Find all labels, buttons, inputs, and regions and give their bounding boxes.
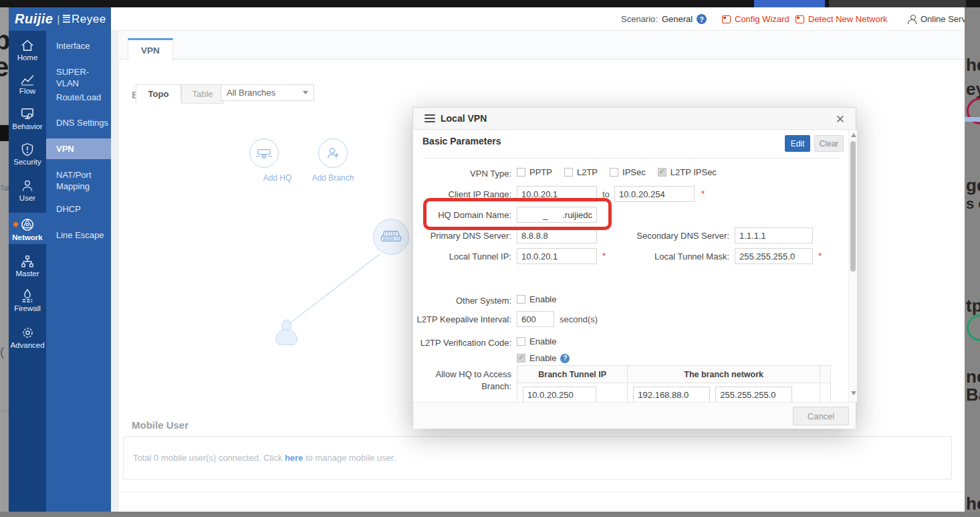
sidebar-item-label: Network xyxy=(9,233,46,241)
sidebar-item-label: Advanced xyxy=(9,341,46,349)
required-asterisk: * xyxy=(701,189,705,199)
client-ip-to-input[interactable]: 10.0.20.254 xyxy=(614,186,695,202)
manage-mobile-user-link[interactable]: here xyxy=(285,453,303,463)
modal-scrollbar[interactable] xyxy=(848,130,857,402)
branch-network-cell: 192.168.88.0 255.255.255.0 xyxy=(628,383,820,403)
sidebar-item-user[interactable]: User xyxy=(9,179,46,202)
sidebar-item-firewall[interactable]: Firewall xyxy=(9,289,46,312)
checkbox-other-system-label: Enable xyxy=(529,294,556,304)
subnav-item-line-escape[interactable]: Line Escape xyxy=(46,229,111,241)
scenario-help-icon[interactable]: ? xyxy=(697,14,707,24)
modal-footer: Cancel xyxy=(413,402,856,429)
checkbox-ipsec-label: IPSec xyxy=(622,167,646,177)
allow-hq-help-icon[interactable]: ? xyxy=(560,354,570,363)
behavior-monitor-icon xyxy=(20,107,35,121)
add-hq-button[interactable] xyxy=(249,138,279,168)
background-text-fragment: he xyxy=(966,55,980,76)
detect-new-network-button[interactable]: Detect New Network xyxy=(795,7,887,31)
hq-node[interactable] xyxy=(373,219,409,255)
scenario-group: Scenario: General ? xyxy=(621,7,707,31)
keepalive-input[interactable]: 600 xyxy=(517,311,554,327)
checkbox-verification[interactable] xyxy=(517,337,525,346)
scrollbar-thumb[interactable] xyxy=(850,141,856,272)
background-block-fragment xyxy=(0,125,9,141)
scroll-up-icon[interactable] xyxy=(851,133,856,137)
background-left-strip: b e Tab ( user xyxy=(0,7,9,512)
primary-dns-label: Primary DNS Server: xyxy=(413,231,511,241)
online-service-button[interactable]: Online Service xyxy=(908,7,965,31)
branch-network-ip-input[interactable]: 192.168.88.0 xyxy=(633,387,710,402)
background-right-strip: he ey ge s o tp nc Bat he xyxy=(965,7,980,512)
col-branch-tunnel-ip: Branch Tunnel IP xyxy=(517,366,628,383)
add-branch-person-icon xyxy=(325,145,341,161)
subnav-item-dhcp[interactable]: DHCP xyxy=(46,203,111,215)
background-text-fragment: ey xyxy=(966,79,980,100)
checkbox-l2tp[interactable] xyxy=(564,168,573,177)
client-ip-from-input[interactable]: 10.0.20.1 xyxy=(517,186,597,202)
content-divider xyxy=(119,492,965,492)
top-header: Scenario: General ? Config Wizard Detect… xyxy=(111,7,965,31)
home-icon xyxy=(20,39,35,52)
tab-vpn[interactable]: VPN xyxy=(128,38,173,60)
edit-button[interactable]: Edit xyxy=(785,135,810,152)
sidebar-item-flow[interactable]: Flow xyxy=(9,74,46,95)
sidebar-item-security[interactable]: Security xyxy=(9,142,46,166)
sidebar-item-master[interactable]: Master xyxy=(9,255,46,278)
sidebar-item-advanced[interactable]: Advanced xyxy=(9,326,46,349)
table-header-row: Branch Tunnel IP The branch network xyxy=(517,366,831,383)
subnav-item-route-load[interactable]: Route/Load xyxy=(46,92,111,103)
network-globe-icon xyxy=(20,217,35,232)
drag-handle-icon xyxy=(424,114,435,122)
config-wizard-button[interactable]: Config Wizard xyxy=(722,7,789,31)
checkbox-ipsec[interactable] xyxy=(610,168,618,177)
hq-domain-name-input[interactable]: _ .ruijiedc xyxy=(517,207,597,223)
other-system-label: Other System: xyxy=(413,296,511,306)
subnav-item-interface[interactable]: Interface xyxy=(46,40,111,51)
brand-cjk-glyph xyxy=(63,15,70,23)
branch-tunnel-ip-input[interactable]: 10.0.20.250 xyxy=(523,387,596,402)
branch-filter-select[interactable]: All Branches xyxy=(221,84,314,101)
subnav-item-dns-settings[interactable]: DNS Settings xyxy=(46,117,111,128)
firewall-flame-icon xyxy=(20,289,35,303)
primary-dns-input[interactable]: 8.8.8.8 xyxy=(517,227,597,243)
secondary-dns-input[interactable]: 1.1.1.1 xyxy=(735,227,813,243)
local-tunnel-mask-input[interactable]: 255.255.255.0 xyxy=(735,248,813,264)
flow-chart-icon xyxy=(20,74,35,86)
scenario-label: Scenario: xyxy=(621,14,658,24)
tab-topo[interactable]: Topo xyxy=(136,84,181,104)
checkbox-pptp[interactable] xyxy=(517,168,525,177)
background-text-fragment: he xyxy=(966,494,980,512)
brand-logo: Ruijie | Reyee xyxy=(9,7,111,31)
sidebar-item-label: User xyxy=(9,194,46,202)
chevron-down-icon xyxy=(303,91,308,94)
secondary-dns-label: Secondary DNS Server: xyxy=(620,231,729,241)
checkbox-verification-label: Enable xyxy=(529,336,556,346)
subnav-item-nat-port-mapping[interactable]: NAT/Port Mapping xyxy=(46,169,111,192)
add-branch-button[interactable] xyxy=(318,138,348,168)
sidebar-item-behavior[interactable]: Behavior xyxy=(9,107,46,130)
subnav-item-vpn[interactable]: VPN xyxy=(46,143,111,154)
subnav-item-super-vlan[interactable]: SUPER-VLAN xyxy=(46,66,111,89)
sidebar-item-network[interactable]: Network xyxy=(9,217,46,241)
checkbox-other-system[interactable] xyxy=(517,295,525,304)
background-text-fragment: s o xyxy=(966,195,980,213)
local-tunnel-ip-input[interactable]: 10.0.20.1 xyxy=(517,248,597,264)
checkbox-allow-hq-enable[interactable] xyxy=(517,354,525,363)
tab-table[interactable]: Table xyxy=(181,84,224,104)
checkbox-l2tp-ipsec[interactable] xyxy=(658,168,666,177)
modal-body: Basic Parameters Edit Clear VPN Type: PP… xyxy=(413,130,848,402)
close-icon[interactable]: ✕ xyxy=(833,111,848,128)
modal-header[interactable]: Local VPN ✕ xyxy=(413,108,856,130)
background-text-fragment: e xyxy=(0,52,9,82)
hq-domain-name-label: HQ Domain Name: xyxy=(413,210,511,220)
topology-link-line xyxy=(273,245,406,332)
local-tunnel-ip-label: Local Tunnel IP: xyxy=(413,251,511,262)
cancel-button[interactable]: Cancel xyxy=(793,407,849,425)
brand-sub-name: Reyee xyxy=(72,13,106,26)
background-text-fragment: ( xyxy=(0,345,4,359)
clear-button[interactable]: Clear xyxy=(814,135,844,152)
scroll-down-icon[interactable] xyxy=(851,391,856,395)
allow-hq-label-line2: Branch: xyxy=(413,381,511,391)
sidebar-item-home[interactable]: Home xyxy=(9,39,46,62)
branch-network-mask-input[interactable]: 255.255.255.0 xyxy=(715,387,792,402)
